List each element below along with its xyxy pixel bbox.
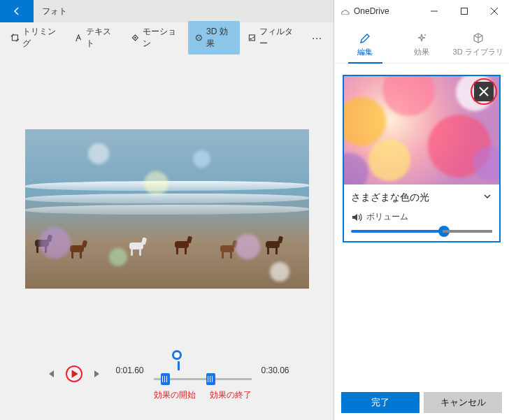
svg-point-4 (250, 38, 251, 39)
volume-icon (351, 212, 362, 223)
play-button[interactable] (66, 365, 83, 382)
preview-area (0, 53, 334, 364)
maximize-button[interactable] (449, 0, 479, 22)
3d-effects-label: 3D 効果 (206, 26, 234, 50)
filters-button[interactable]: フィルター (241, 21, 303, 55)
remove-effect-button[interactable] (474, 82, 494, 101)
more-button[interactable]: ··· (305, 27, 329, 48)
svg-point-1 (134, 37, 136, 38)
effect-card: さまざまな色の光 ボリューム (343, 75, 501, 242)
tab-edit[interactable]: 編集 (337, 29, 394, 63)
motion-label: モーション (143, 26, 181, 50)
volume-slider[interactable] (351, 230, 492, 233)
side-tabs: 編集 効果 3D ライブラリ (334, 22, 509, 64)
chevron-down-icon (482, 191, 492, 201)
effect-name: さまざまな色の光 (351, 191, 429, 204)
tab-3dlib-label: 3D ライブラリ (453, 47, 503, 57)
text-button[interactable]: テキスト (68, 21, 122, 55)
video-preview[interactable] (25, 129, 309, 289)
done-button[interactable]: 完了 (341, 392, 420, 413)
onedrive-icon (340, 8, 350, 15)
titlebar: フォト (0, 0, 334, 22)
expand-effect-button[interactable] (482, 191, 492, 204)
svg-rect-0 (12, 35, 17, 41)
svg-rect-5 (461, 8, 467, 15)
effect-start-label: 効果の開始 (154, 390, 196, 400)
playback-controls: 0:01.60 効果の開始 効果の終了 0:30.06 (0, 364, 334, 420)
current-time: 0:01.60 (113, 365, 147, 375)
back-button[interactable] (0, 0, 34, 22)
tab-3d-library[interactable]: 3D ライブラリ (450, 29, 506, 63)
onedrive-title: OneDrive (354, 6, 389, 16)
3d-effects-button[interactable]: 3D 効果 (188, 21, 240, 55)
timeline-playhead[interactable] (172, 350, 182, 360)
timeline[interactable]: 効果の開始 効果の終了 (154, 365, 252, 400)
tab-edit-label: 編集 (357, 47, 373, 57)
pencil-icon (359, 32, 371, 45)
total-time: 0:30.06 (259, 365, 292, 375)
right-titlebar: OneDrive (334, 0, 509, 22)
motion-button[interactable]: モーション (124, 21, 187, 55)
trim-button[interactable]: トリミング (4, 21, 66, 55)
prev-frame-button[interactable] (42, 365, 59, 382)
svg-rect-3 (249, 35, 254, 41)
toolbar: トリミング テキスト モーション 3D 効果 フィルター ··· (0, 22, 334, 53)
close-window-button[interactable] (479, 0, 509, 22)
tab-effects-label: 効果 (414, 47, 429, 57)
effect-end-label: 効果の終了 (210, 390, 252, 400)
cube-icon (472, 32, 485, 45)
text-label: テキスト (86, 26, 117, 50)
effect-preview (344, 76, 499, 184)
close-icon (478, 86, 489, 97)
minimize-button[interactable] (419, 0, 449, 22)
svg-point-6 (424, 34, 426, 36)
effect-end-handle[interactable] (206, 373, 215, 385)
sparkle-icon (415, 32, 428, 45)
tab-effects[interactable]: 効果 (394, 29, 450, 63)
app-title: フォト (34, 6, 67, 17)
volume-label: ボリューム (366, 211, 408, 223)
trim-label: トリミング (22, 26, 61, 50)
next-frame-button[interactable] (89, 365, 106, 382)
effect-start-handle[interactable] (161, 373, 170, 385)
cancel-button[interactable]: キャンセル (424, 392, 502, 413)
filters-label: フィルター (259, 26, 298, 50)
volume-thumb[interactable] (438, 226, 450, 237)
